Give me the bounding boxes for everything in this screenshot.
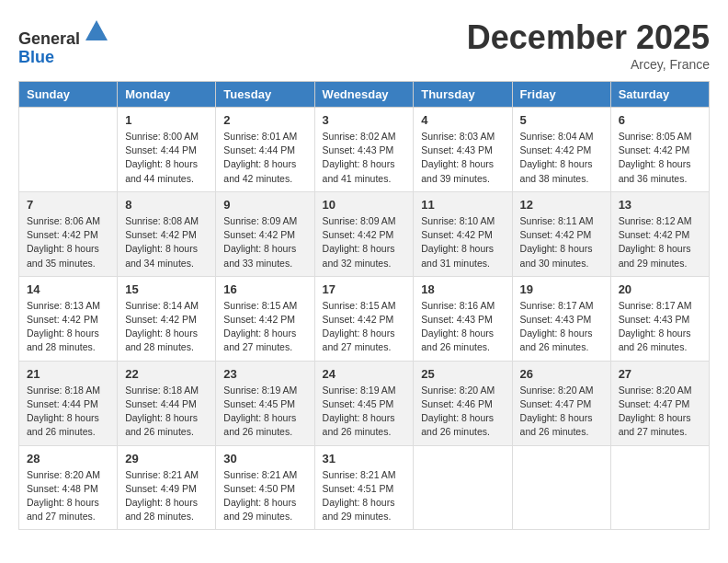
calendar-cell: 11Sunrise: 8:10 AMSunset: 4:42 PMDayligh… [414, 191, 512, 276]
day-number: 2 [223, 113, 306, 127]
day-info: Sunrise: 8:00 AMSunset: 4:44 PMDaylight:… [125, 130, 208, 186]
day-number: 31 [323, 452, 406, 465]
day-number: 24 [323, 367, 406, 381]
calendar-cell: 30Sunrise: 8:21 AMSunset: 4:50 PMDayligh… [216, 445, 314, 530]
calendar-week-row: 21Sunrise: 8:18 AMSunset: 4:44 PMDayligh… [19, 361, 710, 445]
calendar-cell: 1Sunrise: 8:00 AMSunset: 4:44 PMDaylight… [118, 108, 216, 192]
day-info: Sunrise: 8:20 AMSunset: 4:47 PMDaylight:… [520, 384, 603, 440]
weekday-header-monday: Monday [118, 82, 216, 108]
calendar-cell: 24Sunrise: 8:19 AMSunset: 4:45 PMDayligh… [314, 361, 414, 445]
svg-marker-0 [85, 20, 108, 40]
day-info: Sunrise: 8:17 AMSunset: 4:43 PMDaylight:… [520, 299, 603, 355]
calendar-cell: 18Sunrise: 8:16 AMSunset: 4:43 PMDayligh… [414, 276, 512, 361]
day-info: Sunrise: 8:20 AMSunset: 4:48 PMDaylight:… [27, 468, 109, 524]
calendar-cell: 15Sunrise: 8:14 AMSunset: 4:42 PMDayligh… [118, 276, 216, 361]
day-number: 8 [125, 198, 208, 212]
calendar-cell: 10Sunrise: 8:09 AMSunset: 4:42 PMDayligh… [314, 191, 414, 276]
calendar-week-row: 7Sunrise: 8:06 AMSunset: 4:42 PMDaylight… [19, 191, 710, 276]
day-info: Sunrise: 8:18 AMSunset: 4:44 PMDaylight:… [125, 384, 208, 440]
day-number: 3 [323, 113, 406, 127]
day-number: 4 [421, 113, 504, 127]
day-info: Sunrise: 8:19 AMSunset: 4:45 PMDaylight:… [323, 384, 406, 440]
weekday-header-sunday: Sunday [19, 82, 118, 108]
day-info: Sunrise: 8:09 AMSunset: 4:42 PMDaylight:… [323, 214, 406, 270]
day-info: Sunrise: 8:21 AMSunset: 4:49 PMDaylight:… [125, 468, 208, 524]
calendar-cell [610, 445, 709, 530]
day-number: 9 [223, 198, 306, 212]
weekday-header-saturday: Saturday [610, 82, 709, 108]
day-number: 16 [223, 282, 306, 296]
calendar-cell: 16Sunrise: 8:15 AMSunset: 4:42 PMDayligh… [216, 276, 314, 361]
calendar-cell: 3Sunrise: 8:02 AMSunset: 4:43 PMDaylight… [314, 108, 414, 192]
day-number: 25 [421, 367, 504, 381]
day-number: 23 [223, 367, 306, 381]
day-info: Sunrise: 8:12 AMSunset: 4:42 PMDaylight:… [619, 214, 701, 270]
day-number: 22 [125, 367, 208, 381]
location: Arcey, France [467, 57, 710, 72]
day-info: Sunrise: 8:11 AMSunset: 4:42 PMDaylight:… [520, 214, 603, 270]
day-info: Sunrise: 8:21 AMSunset: 4:51 PMDaylight:… [323, 468, 406, 524]
day-info: Sunrise: 8:16 AMSunset: 4:43 PMDaylight:… [421, 299, 504, 355]
day-number: 20 [619, 282, 701, 296]
day-number: 17 [323, 282, 406, 296]
calendar-cell [19, 108, 118, 192]
logo: General Blue [18, 18, 109, 67]
day-number: 15 [125, 282, 208, 296]
day-info: Sunrise: 8:06 AMSunset: 4:42 PMDaylight:… [27, 214, 109, 270]
day-number: 27 [619, 367, 701, 381]
calendar-cell: 20Sunrise: 8:17 AMSunset: 4:43 PMDayligh… [610, 276, 709, 361]
day-number: 5 [520, 113, 603, 127]
calendar-cell: 21Sunrise: 8:18 AMSunset: 4:44 PMDayligh… [19, 361, 118, 445]
day-number: 29 [125, 452, 208, 465]
calendar-cell: 12Sunrise: 8:11 AMSunset: 4:42 PMDayligh… [512, 191, 610, 276]
day-number: 11 [421, 198, 504, 212]
day-number: 26 [520, 367, 603, 381]
day-info: Sunrise: 8:09 AMSunset: 4:42 PMDaylight:… [223, 214, 306, 270]
day-number: 12 [520, 198, 603, 212]
calendar-cell: 25Sunrise: 8:20 AMSunset: 4:46 PMDayligh… [414, 361, 512, 445]
day-info: Sunrise: 8:04 AMSunset: 4:42 PMDaylight:… [520, 130, 603, 186]
day-info: Sunrise: 8:05 AMSunset: 4:42 PMDaylight:… [619, 130, 701, 186]
calendar-cell: 7Sunrise: 8:06 AMSunset: 4:42 PMDaylight… [19, 191, 118, 276]
day-number: 1 [125, 113, 208, 127]
calendar-cell: 19Sunrise: 8:17 AMSunset: 4:43 PMDayligh… [512, 276, 610, 361]
calendar-header-row: SundayMondayTuesdayWednesdayThursdayFrid… [19, 82, 710, 108]
calendar-cell: 14Sunrise: 8:13 AMSunset: 4:42 PMDayligh… [19, 276, 118, 361]
weekday-header-friday: Friday [512, 82, 610, 108]
title-block: December 2025 Arcey, France [467, 18, 710, 72]
day-info: Sunrise: 8:21 AMSunset: 4:50 PMDaylight:… [223, 468, 306, 524]
calendar-cell: 5Sunrise: 8:04 AMSunset: 4:42 PMDaylight… [512, 108, 610, 192]
weekday-header-wednesday: Wednesday [314, 82, 414, 108]
calendar-cell: 31Sunrise: 8:21 AMSunset: 4:51 PMDayligh… [314, 445, 414, 530]
day-number: 14 [27, 282, 109, 296]
page-header: General Blue December 2025 Arcey, France [18, 18, 710, 72]
day-info: Sunrise: 8:10 AMSunset: 4:42 PMDaylight:… [421, 214, 504, 270]
calendar-week-row: 1Sunrise: 8:00 AMSunset: 4:44 PMDaylight… [19, 108, 710, 192]
day-number: 10 [323, 198, 406, 212]
day-info: Sunrise: 8:15 AMSunset: 4:42 PMDaylight:… [323, 299, 406, 355]
logo-icon [84, 18, 109, 44]
day-number: 7 [27, 198, 109, 212]
calendar-cell: 6Sunrise: 8:05 AMSunset: 4:42 PMDaylight… [610, 108, 709, 192]
day-number: 30 [223, 452, 306, 465]
weekday-header-thursday: Thursday [414, 82, 512, 108]
calendar-cell: 23Sunrise: 8:19 AMSunset: 4:45 PMDayligh… [216, 361, 314, 445]
day-info: Sunrise: 8:03 AMSunset: 4:43 PMDaylight:… [421, 130, 504, 186]
day-number: 28 [27, 452, 109, 465]
calendar-cell [512, 445, 610, 530]
calendar-cell: 2Sunrise: 8:01 AMSunset: 4:44 PMDaylight… [216, 108, 314, 192]
day-number: 6 [619, 113, 701, 127]
calendar-cell: 26Sunrise: 8:20 AMSunset: 4:47 PMDayligh… [512, 361, 610, 445]
day-info: Sunrise: 8:18 AMSunset: 4:44 PMDaylight:… [27, 384, 109, 440]
day-info: Sunrise: 8:20 AMSunset: 4:46 PMDaylight:… [421, 384, 504, 440]
logo-blue: Blue [18, 48, 54, 66]
calendar-cell: 8Sunrise: 8:08 AMSunset: 4:42 PMDaylight… [118, 191, 216, 276]
day-info: Sunrise: 8:08 AMSunset: 4:42 PMDaylight:… [125, 214, 208, 270]
calendar-cell [414, 445, 512, 530]
day-info: Sunrise: 8:13 AMSunset: 4:42 PMDaylight:… [27, 299, 109, 355]
day-info: Sunrise: 8:19 AMSunset: 4:45 PMDaylight:… [223, 384, 306, 440]
day-info: Sunrise: 8:14 AMSunset: 4:42 PMDaylight:… [125, 299, 208, 355]
calendar-cell: 9Sunrise: 8:09 AMSunset: 4:42 PMDaylight… [216, 191, 314, 276]
day-number: 18 [421, 282, 504, 296]
weekday-header-tuesday: Tuesday [216, 82, 314, 108]
